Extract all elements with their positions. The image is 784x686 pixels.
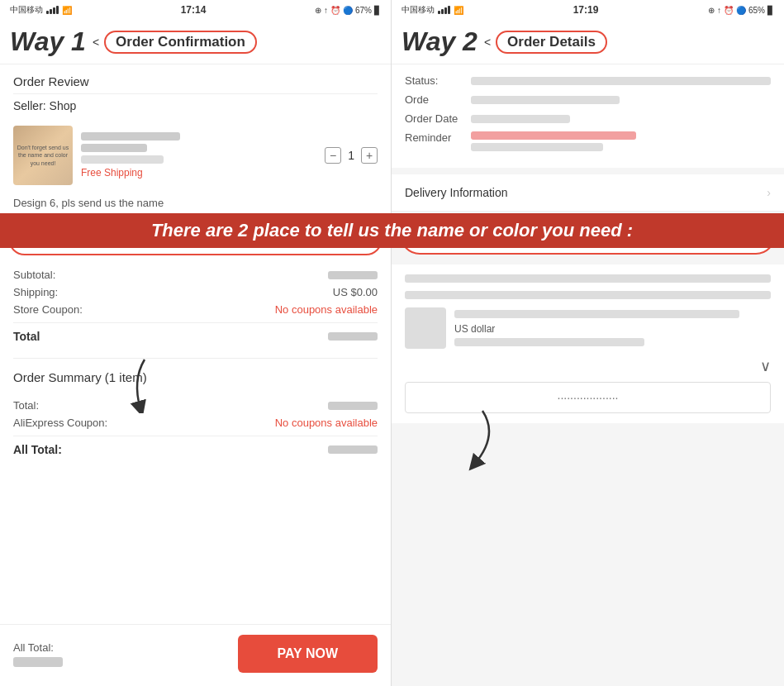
product-bottom-info: US dollar [454, 310, 771, 346]
reminder-row: Reminder [405, 131, 771, 151]
product-bottom-blur2 [454, 338, 644, 346]
all-total-row: All Total: [13, 443, 378, 456]
total-label: Total [13, 330, 40, 343]
right-carrier: 中国移动 [402, 4, 435, 16]
order-review-header: Order Review [0, 64, 391, 93]
arrow-right-container [392, 423, 784, 473]
product-row: Don't forget send us the name and color … [0, 117, 391, 193]
pay-total-section: All Total: [13, 641, 63, 667]
shipping-value: US $0.00 [333, 286, 378, 298]
right-content: Status: Orde Order Date Reminder [392, 64, 784, 686]
delivery-info-row[interactable]: Delivery Information › [392, 174, 784, 212]
pay-now-button[interactable]: PAY NOW [238, 635, 378, 673]
bottom-card: US dollar ∨ [392, 264, 784, 423]
left-signal [46, 6, 59, 14]
design-note: Design 6, pls send us the name [0, 193, 391, 216]
left-carrier: 中国移动 [10, 4, 43, 16]
quantity-control: − 1 + [325, 147, 378, 164]
nav-icon: ↑ [324, 6, 328, 15]
ali-no-coupon-text: No coupons available [275, 417, 378, 429]
main-container: 中国移动 📶 17:14 ⊕ ↑ ⏰ 🔵 67% ▊ Way [0, 0, 784, 686]
overlay-text: There are 2 place to tell us the name or… [0, 213, 784, 248]
status-card: Status: Orde Order Date Reminder [392, 64, 784, 168]
right-bluetooth-icon: 🔵 [736, 6, 746, 15]
left-nav-title: Order Confirmation [104, 31, 257, 54]
right-status-left: 中国移动 📶 [402, 4, 463, 16]
right-nav-title: Order Details [496, 31, 607, 54]
ali-coupon-label: AliExpress Coupon: [13, 417, 107, 429]
pay-all-total-label: All Total: [13, 641, 63, 654]
dropdown-row[interactable]: ∨ [405, 357, 771, 375]
arrow-left-icon [116, 355, 165, 413]
left-content: Order Review Seller: Shop Don't forget s… [0, 64, 391, 624]
seller-row: Seller: Shop [0, 94, 391, 117]
product-thumb-text: Don't forget send us the name and color … [13, 141, 73, 169]
bottom-blur1 [405, 274, 771, 283]
seller-name: Shop [50, 99, 77, 112]
left-nav-bar: Way 1 < Order Confirmation [0, 20, 391, 64]
no-coupon-text: No coupons available [275, 303, 378, 316]
product-info: Free Shipping [81, 132, 316, 179]
left-time: 17:14 [181, 4, 207, 16]
summary-total-value [328, 402, 378, 410]
battery-icon: ▊ [374, 6, 381, 15]
right-wifi-icon: 📶 [454, 6, 463, 15]
right-status-bar: 中国移动 📶 17:19 ⊕ ↑ ⏰ 🔵 65% ▊ [392, 0, 784, 20]
right-panel: 中国移动 📶 17:19 ⊕ ↑ ⏰ 🔵 65% ▊ Way [392, 0, 784, 686]
right-battery: 65% [748, 6, 765, 15]
order-date-row: Order Date [405, 112, 771, 125]
right-back-button[interactable]: < [484, 36, 491, 49]
right-nav-icon: ↑ [717, 6, 721, 15]
product-name-blur3 [81, 155, 164, 164]
alarm-icon: ⏰ [330, 6, 340, 15]
product-bottom-thumb [405, 307, 446, 349]
right-battery-icon: ▊ [767, 6, 774, 15]
left-panel: 中国移动 📶 17:14 ⊕ ↑ ⏰ 🔵 67% ▊ Way [0, 0, 392, 686]
qty-minus-button[interactable]: − [325, 147, 341, 164]
order-id-label: Orde [405, 93, 471, 106]
bluetooth-icon: 🔵 [343, 6, 353, 15]
delivery-info-label: Delivery Information [405, 186, 767, 199]
seller-label: Seller: [13, 99, 46, 112]
reminder-blur2 [471, 143, 603, 151]
store-coupon-row: Store Coupon: No coupons available [13, 303, 378, 316]
pay-now-container: All Total: PAY NOW [0, 624, 391, 686]
left-status-left: 中国移动 📶 [10, 4, 72, 16]
product-name-blur1 [81, 132, 180, 141]
right-time: 17:19 [573, 4, 599, 16]
order-summary-header: Order Summary (1 item) [0, 359, 391, 389]
subtotal-label: Subtotal: [13, 269, 55, 281]
cost-divider2 [13, 436, 378, 436]
subtotal-value [328, 271, 378, 279]
usd-label: US dollar [454, 323, 771, 335]
store-coupon-label: Store Coupon: [13, 303, 83, 316]
product-bottom-row: US dollar [405, 307, 771, 349]
pay-total-blur [13, 657, 63, 667]
delivery-info-chevron-icon: › [767, 186, 771, 199]
left-back-button[interactable]: < [93, 36, 99, 49]
shipping-row: Shipping: US $0.00 [13, 286, 378, 298]
summary-cost-rows: Total: AliExpress Coupon: No coupons ava… [0, 389, 391, 471]
right-nav-bar: Way 2 < Order Details [392, 20, 784, 64]
qty-value: 1 [348, 149, 354, 162]
summary-total-label: Total: [13, 399, 39, 412]
wifi-icon: 📶 [62, 6, 72, 15]
right-status-right: ⊕ ↑ ⏰ 🔵 65% ▊ [708, 6, 774, 15]
free-shipping-label: Free Shipping [81, 167, 316, 179]
reminder-blur1 [471, 131, 636, 140]
bottom-blur-row2 [405, 291, 771, 299]
qty-plus-button[interactable]: + [361, 147, 378, 164]
dropdown-chevron-icon[interactable]: ∨ [760, 357, 771, 375]
reminder-label: Reminder [405, 131, 471, 144]
product-thumb-inner: Don't forget send us the name and color … [13, 126, 73, 185]
right-location-icon: ⊕ [708, 6, 715, 15]
right-signal [438, 6, 450, 14]
order-id-row: Orde [405, 93, 771, 106]
cost-divider [13, 322, 378, 323]
status-value-blur [471, 77, 771, 85]
left-status-right: ⊕ ↑ ⏰ 🔵 67% ▊ [315, 6, 381, 15]
all-total-label: All Total: [13, 443, 62, 456]
all-total-value [328, 445, 378, 454]
total-row: Total [13, 330, 378, 343]
left-battery: 67% [355, 6, 372, 15]
